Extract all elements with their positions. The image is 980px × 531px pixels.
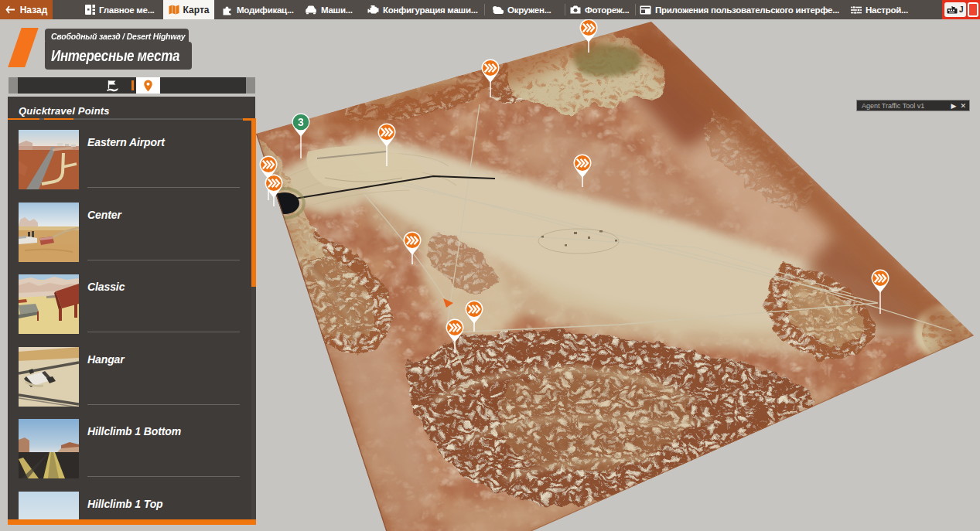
svg-text:3: 3 <box>298 116 304 128</box>
